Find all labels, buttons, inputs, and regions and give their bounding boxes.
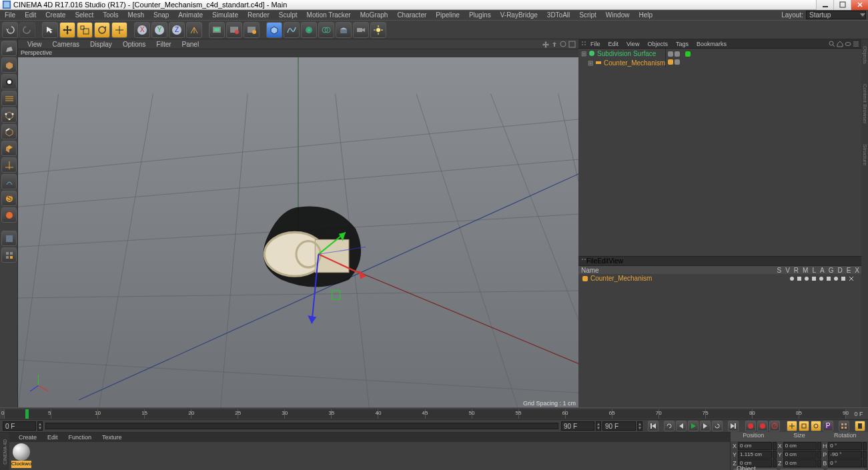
render-settings-button[interactable] (244, 22, 260, 38)
z-axis-button[interactable]: Z (169, 22, 185, 38)
spinner[interactable]: ▲▼ (637, 421, 642, 431)
viewmenu-options[interactable]: Options (117, 41, 151, 48)
autokey-button[interactable] (757, 421, 768, 431)
viewmenu-filter[interactable]: Filter (151, 41, 176, 48)
om-objects[interactable]: Objects (643, 41, 672, 47)
menu-script[interactable]: Script (574, 11, 601, 19)
environment-button[interactable] (336, 22, 352, 38)
layer-dot-icon[interactable] (668, 51, 673, 57)
mat-edit[interactable]: Edit (42, 434, 63, 441)
viewmenu-cameras[interactable]: Cameras (47, 41, 85, 48)
layer-dot-icon[interactable] (675, 59, 680, 65)
scale-button[interactable] (77, 22, 93, 38)
axis-mode-button[interactable] (1, 157, 17, 173)
spinner[interactable] (863, 451, 867, 459)
timeline-ruler[interactable]: 051015202530354045505560657075808590 (4, 409, 845, 419)
tab-content-browser[interactable]: Content Browser (862, 84, 868, 124)
spinner[interactable] (773, 442, 777, 450)
camera-button[interactable] (353, 22, 369, 38)
size-field[interactable]: 0 cm (783, 451, 817, 459)
menu-edit[interactable]: Edit (20, 11, 41, 19)
material-name[interactable]: Clockwo (11, 461, 31, 468)
tp-view[interactable]: View (608, 257, 623, 265)
nav-maximize-icon[interactable] (568, 41, 576, 48)
grip-icon[interactable] (581, 41, 586, 47)
menu-tools[interactable]: Tools (98, 11, 123, 19)
goto-next-key-button[interactable] (712, 421, 723, 431)
take-row[interactable]: Counter_Mechanism (578, 274, 861, 283)
menu-pipeline[interactable]: Pipeline (431, 11, 464, 19)
primitive-button[interactable] (266, 22, 282, 38)
keyframe-sel-button[interactable]: ? (769, 421, 780, 431)
rotation-field[interactable]: 0 ° (828, 459, 862, 467)
rotation-field[interactable]: -90 ° (828, 451, 862, 459)
spinner[interactable] (773, 459, 777, 467)
om-tags[interactable]: Tags (672, 41, 693, 47)
goto-start-button[interactable] (648, 421, 659, 431)
spinner[interactable] (817, 451, 821, 459)
position-field[interactable]: 1.115 cm (738, 451, 772, 459)
tab-objects[interactable]: Objects (862, 46, 868, 64)
nav-pan-icon[interactable] (542, 41, 550, 48)
close-button[interactable] (851, 0, 868, 10)
play-button[interactable] (688, 421, 699, 431)
key-rot-button[interactable] (811, 421, 821, 431)
soft-select-button[interactable] (1, 207, 17, 223)
menu-animate[interactable]: Animate (173, 11, 207, 19)
menu-mesh[interactable]: Mesh (123, 11, 149, 19)
hierarchy-row[interactable]: ⊞ Counter_Mechanism (578, 58, 665, 67)
viewport[interactable]: Grid Spacing : 1 cm (18, 57, 578, 407)
spinner[interactable]: ▲▼ (596, 421, 601, 431)
key-all-button[interactable] (839, 421, 849, 431)
om-view[interactable]: View (622, 41, 643, 47)
hierarchy-row[interactable]: ⊞ Subdivision Surface (578, 49, 665, 58)
menu-create[interactable]: Create (41, 11, 70, 19)
start-frame-field[interactable]: 0 F (3, 421, 36, 431)
menu-help[interactable]: Help (634, 11, 657, 19)
size-field[interactable]: 0 cm (783, 442, 817, 450)
spinner[interactable]: ▲▼ (37, 421, 43, 431)
tweak-button[interactable] (1, 174, 17, 189)
check-icon[interactable] (685, 51, 691, 57)
lasttool-button[interactable] (111, 22, 127, 38)
key-param-button[interactable]: P (823, 421, 833, 431)
playhead-icon[interactable] (25, 409, 29, 419)
material-side-tab[interactable]: CINEMA 4D (0, 433, 9, 470)
goto-end-button[interactable] (728, 421, 739, 431)
point-mode-button[interactable] (1, 107, 17, 123)
viewmenu-panel[interactable]: Panel (177, 41, 205, 48)
menu-motiontracker[interactable]: Motion Tracker (302, 11, 356, 19)
menu-file[interactable]: File (0, 11, 20, 19)
object-hierarchy[interactable]: ⊞ Subdivision Surface ⊞ Counter_Mechanis… (578, 49, 861, 257)
layer-color-icon[interactable] (582, 276, 588, 281)
spinner[interactable] (863, 459, 867, 467)
render-view-button[interactable] (209, 22, 225, 38)
layer-dot-icon[interactable] (675, 51, 680, 57)
coord-system-button[interactable] (186, 22, 202, 38)
viewport-solo-button[interactable] (1, 231, 17, 246)
viewport-layout-button[interactable] (1, 247, 17, 263)
rotate-button[interactable] (94, 22, 110, 38)
menu-window[interactable]: Window (601, 11, 634, 19)
nav-rotate-icon[interactable] (560, 41, 567, 48)
deformer-button[interactable] (318, 22, 334, 38)
take-tree[interactable]: Counter_Mechanism (578, 274, 861, 407)
prev-frame-button[interactable] (676, 421, 687, 431)
om-bookmarks[interactable]: Bookmarks (693, 41, 731, 47)
light-button[interactable] (370, 22, 386, 38)
loop-button[interactable] (664, 421, 675, 431)
menu-render[interactable]: Render (243, 11, 274, 19)
tab-structure[interactable]: Structure (862, 144, 868, 165)
render-pv-button[interactable] (226, 22, 242, 38)
record-button[interactable] (745, 421, 756, 431)
live-select-button[interactable] (42, 22, 58, 38)
om-edit[interactable]: Edit (604, 41, 623, 47)
menu-character[interactable]: Character (392, 11, 431, 19)
menu-vraybridge[interactable]: V-RayBridge (496, 11, 542, 19)
polygon-mode-button[interactable] (1, 141, 17, 156)
mat-function[interactable]: Function (63, 434, 97, 441)
texture-mode-button[interactable] (1, 74, 17, 89)
snap-button[interactable]: S (1, 191, 17, 206)
rotation-field[interactable]: 0 ° (828, 442, 862, 450)
timeline[interactable]: 051015202530354045505560657075808590 0 F (0, 407, 868, 419)
